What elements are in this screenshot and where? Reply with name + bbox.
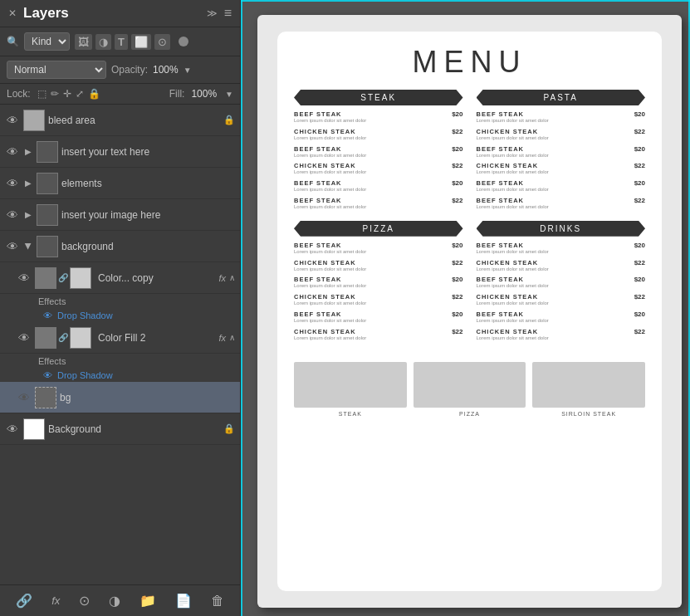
close-icon[interactable]: ✕ [8, 7, 17, 19]
drop-shadow-eye-icon[interactable]: 👁 [43, 310, 52, 320]
visibility-icon[interactable]: 👁 [5, 208, 20, 222]
type-filter-icon[interactable]: T [115, 34, 128, 50]
expand-arrow-icon[interactable]: ▶ [23, 147, 33, 156]
item-desc: Lorem ipsum dolor sit amet dolor [294, 118, 447, 125]
delete-layer-icon[interactable]: 🗑 [208, 590, 228, 612]
item-desc: Lorem ipsum dolor sit amet dolor [477, 153, 629, 159]
lock-padlock-icon[interactable]: 🔒 [88, 88, 100, 100]
item-desc: Lorem ipsum dolor sit amet dolor [294, 301, 447, 307]
img-thumb [294, 362, 407, 408]
menu-item-row: BEEF STEAK Lorem ipsum dolor sit amet do… [477, 310, 646, 325]
image-filter-icon[interactable]: 🖼 [75, 34, 92, 50]
effects-row: Effects [0, 294, 240, 309]
drop-shadow-label: Drop Shadow [57, 310, 113, 320]
menu-section-steak: STEAK BEEF STEAK Lorem ipsum dolor sit a… [294, 90, 463, 214]
layer-elements[interactable]: 👁 ▶ elements [0, 168, 240, 199]
item-price: $22 [634, 259, 645, 266]
img-label: PIZZA [459, 411, 480, 417]
new-layer-icon[interactable]: 📄 [172, 589, 195, 612]
menu-item-row: BEEF STEAK Lorem ipsum dolor sit amet do… [477, 179, 646, 193]
visibility-icon[interactable]: 👁 [5, 145, 20, 159]
expand-arrow-icon[interactable]: ▶ [23, 178, 33, 188]
new-adjustment-icon[interactable]: ◑ [105, 589, 124, 612]
visibility-icon[interactable]: 👁 [5, 240, 20, 253]
layer-background[interactable]: 👁 Background 🔒 [0, 413, 240, 445]
layer-name: Color Fill 2 [98, 332, 212, 344]
smart-filter-icon[interactable]: ⊙ [154, 34, 170, 50]
visibility-icon[interactable]: 👁 [17, 331, 32, 345]
lock-position-icon[interactable]: ✏ [51, 88, 59, 100]
item-price: $20 [452, 110, 462, 118]
expand-arrow-icon[interactable]: ▶ [23, 210, 33, 219]
visibility-icon[interactable]: 👁 [5, 114, 20, 127]
opacity-arrow-icon[interactable]: ▼ [184, 66, 192, 75]
item-name: BEEF STEAK [294, 197, 447, 204]
layer-insert-image[interactable]: 👁 ▶ insert your image here [0, 199, 240, 231]
layer-background-group[interactable]: 👁 ▶ background [0, 231, 240, 262]
adjust-filter-icon[interactable]: ◑ [95, 34, 111, 50]
layer-color-fill-2[interactable]: 👁 🔗 Color Fill 2 fx ∧ [0, 322, 240, 354]
drop-shadow-row-2[interactable]: 👁 Drop Shadow [0, 369, 240, 382]
item-desc: Lorem ipsum dolor sit amet dolor [294, 283, 447, 290]
fx-icon[interactable]: fx [48, 591, 63, 610]
menu-item-row: BEEF STEAK Lorem ipsum dolor sit amet do… [294, 110, 463, 125]
item-price: $20 [634, 242, 645, 249]
menu-item-info: CHICKEN STEAK Lorem ipsum dolor sit amet… [477, 328, 629, 342]
img-thumb-pizza: PIZZA [414, 362, 526, 417]
item-price: $22 [634, 128, 645, 135]
menu-section-pizza: PIZZA BEEF STEAK Lorem ipsum dolor sit a… [294, 221, 463, 345]
menu-item-info: CHICKEN STEAK Lorem ipsum dolor sit amet… [294, 128, 447, 142]
panel-arrows-icon[interactable]: ≫ [207, 7, 218, 19]
fx-arrow-up-icon[interactable]: ∧ [229, 333, 235, 342]
lock-all-icon[interactable]: ✛ [63, 88, 71, 100]
menu-inner: MENU STEAK BEEF STEAK Lorem ipsum dolor … [277, 32, 662, 591]
visibility-icon[interactable]: 👁 [5, 177, 20, 190]
item-name: CHICKEN STEAK [294, 293, 447, 301]
chain-icon: 🔗 [58, 333, 68, 342]
visibility-icon[interactable]: 👁 [17, 391, 32, 404]
item-desc: Lorem ipsum dolor sit amet dolor [294, 169, 447, 176]
lock-label: Lock: [7, 88, 31, 100]
shape-filter-icon[interactable]: ⬜ [131, 34, 151, 50]
visibility-icon[interactable]: 👁 [17, 271, 32, 285]
item-price: $20 [452, 276, 462, 283]
item-desc: Lorem ipsum dolor sit amet dolor [477, 249, 629, 256]
item-price: $22 [634, 293, 645, 301]
layer-color-copy[interactable]: 👁 🔗 Color... copy fx ∧ [0, 262, 240, 294]
drop-shadow-label: Drop Shadow [57, 370, 113, 380]
item-desc: Lorem ipsum dolor sit amet dolor [477, 301, 629, 307]
fill-arrow-icon[interactable]: ▼ [225, 90, 233, 99]
menu-item-info: BEEF STEAK Lorem ipsum dolor sit amet do… [294, 110, 447, 125]
chain-icon: 🔗 [58, 273, 68, 282]
drop-shadow-eye-icon[interactable]: 👁 [43, 370, 52, 380]
item-price: $20 [634, 310, 645, 318]
menu-item-info: BEEF STEAK Lorem ipsum dolor sit amet do… [294, 179, 447, 193]
item-name: CHICKEN STEAK [477, 162, 629, 169]
expand-arrow-icon[interactable]: ▶ [24, 242, 33, 252]
item-desc: Lorem ipsum dolor sit amet dolor [477, 266, 629, 273]
drop-shadow-row[interactable]: 👁 Drop Shadow [0, 309, 240, 322]
new-fill-layer-icon[interactable]: ⊙ [76, 589, 93, 612]
blend-mode-select[interactable]: Normal [7, 61, 106, 79]
fx-arrow-up-icon[interactable]: ∧ [229, 273, 235, 282]
fx-badge: fx [218, 333, 226, 343]
menu-item-row: BEEF STEAK Lorem ipsum dolor sit amet do… [477, 242, 646, 256]
new-folder-icon[interactable]: 📁 [136, 589, 159, 612]
menu-item-row: CHICKEN STEAK Lorem ipsum dolor sit amet… [294, 293, 463, 307]
item-price: $22 [452, 293, 462, 301]
layer-bg[interactable]: 👁 bg [0, 382, 240, 413]
link-icon[interactable]: 🔗 [12, 589, 36, 612]
visibility-icon[interactable]: 👁 [5, 423, 20, 436]
menu-item-row: BEEF STEAK Lorem ipsum dolor sit amet do… [294, 310, 463, 325]
layer-bleed-area[interactable]: 👁 bleed area 🔒 [0, 105, 240, 136]
panel-menu-icon[interactable]: ≡ [224, 6, 232, 21]
layer-insert-text[interactable]: 👁 ▶ insert your text here [0, 136, 240, 168]
img-thumb [532, 362, 645, 408]
kind-select[interactable]: Kind [24, 32, 70, 51]
item-price: $20 [452, 145, 462, 153]
layer-thumbnail [23, 110, 45, 131]
lock-pixels-icon[interactable]: ⬚ [37, 88, 46, 100]
item-desc: Lorem ipsum dolor sit amet dolor [477, 135, 629, 142]
layer-thumbnail-group: 🔗 [35, 327, 91, 349]
lock-artboard-icon[interactable]: ⤢ [76, 88, 84, 100]
